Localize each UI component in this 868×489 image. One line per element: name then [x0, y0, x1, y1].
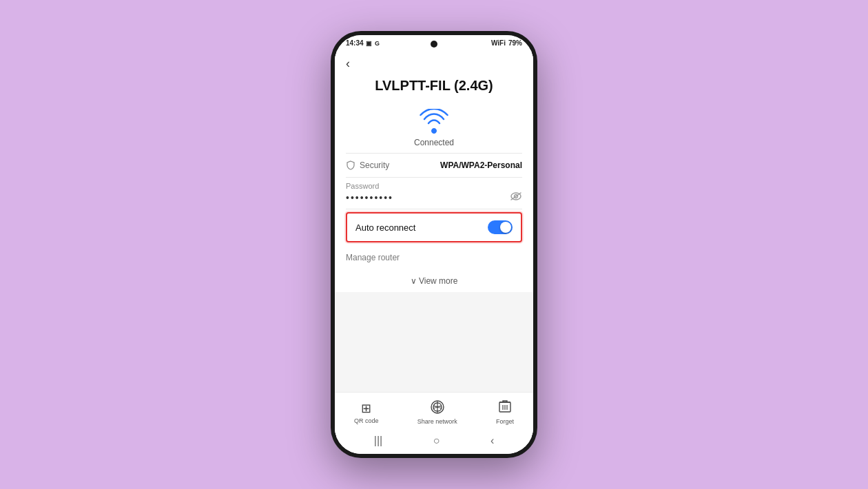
shield-icon: [346, 160, 355, 170]
qr-code-icon: ⊞: [361, 401, 371, 416]
camera-notch: [431, 41, 437, 48]
auto-reconnect-row: Auto reconnect: [347, 214, 521, 241]
forget-action[interactable]: Forget: [496, 399, 514, 425]
highlighted-container: Auto reconnect: [340, 212, 528, 242]
screen-content: ‹ LVLPTT-FIL (2.4G) Connected: [335, 50, 533, 454]
qr-code-label: QR code: [354, 417, 379, 424]
wifi-status-icon: WiFi: [491, 39, 506, 47]
divider-3: [346, 209, 522, 209]
auto-reconnect-toggle[interactable]: [488, 220, 513, 234]
forget-icon: [499, 399, 511, 417]
connected-status: Connected: [414, 138, 454, 147]
wifi-status-area: Connected: [335, 101, 533, 153]
share-network-action[interactable]: Share network: [417, 400, 457, 425]
nav-back-button[interactable]: ‹: [490, 435, 494, 447]
view-more-label: ∨ View more: [411, 276, 458, 286]
status-icons: ▣ G: [366, 40, 381, 47]
qr-code-action[interactable]: ⊞ QR code: [354, 401, 379, 424]
auto-reconnect-section: Auto reconnect: [346, 212, 522, 242]
nav-recent-button[interactable]: |||: [374, 435, 382, 447]
security-value: WPA/WPA2-Personal: [440, 160, 522, 170]
nav-home-button[interactable]: ○: [433, 435, 440, 447]
network-title: LVLPTT-FIL (2.4G): [335, 75, 533, 101]
manage-router-row[interactable]: Manage router: [335, 245, 533, 269]
security-row: Security WPA/WPA2-Personal: [335, 154, 533, 177]
phone-screen: 14:34 ▣ G WiFi 79% ‹ LVLPTT-FIL (2.4G): [335, 35, 533, 454]
auto-reconnect-label: Auto reconnect: [355, 222, 415, 233]
forget-label: Forget: [496, 418, 514, 425]
content-spacer: [335, 292, 533, 392]
toggle-knob: [500, 222, 511, 233]
wifi-icon: [417, 109, 451, 134]
share-network-icon: [431, 400, 444, 417]
nav-bar: ||| ○ ‹: [335, 429, 533, 454]
share-network-label: Share network: [417, 418, 457, 425]
status-left: 14:34 ▣ G: [346, 39, 380, 47]
back-button[interactable]: ‹: [346, 56, 350, 71]
view-more-row[interactable]: ∨ View more: [335, 269, 533, 292]
manage-router-label: Manage router: [346, 253, 400, 262]
status-right: WiFi 79%: [491, 39, 522, 47]
time-display: 14:34: [346, 39, 364, 47]
bottom-actions-bar: ⊞ QR code Share network: [335, 392, 533, 429]
password-label: Password: [346, 182, 522, 190]
security-label-area: Security: [346, 160, 389, 170]
security-label: Security: [360, 160, 389, 170]
battery-level: 79%: [508, 39, 522, 47]
top-bar: ‹: [335, 50, 533, 75]
password-row: Password ••••••••••: [335, 178, 533, 209]
eye-toggle-icon[interactable]: [510, 191, 522, 203]
password-value: ••••••••••: [346, 192, 393, 203]
phone-device: 14:34 ▣ G WiFi 79% ‹ LVLPTT-FIL (2.4G): [331, 31, 537, 458]
